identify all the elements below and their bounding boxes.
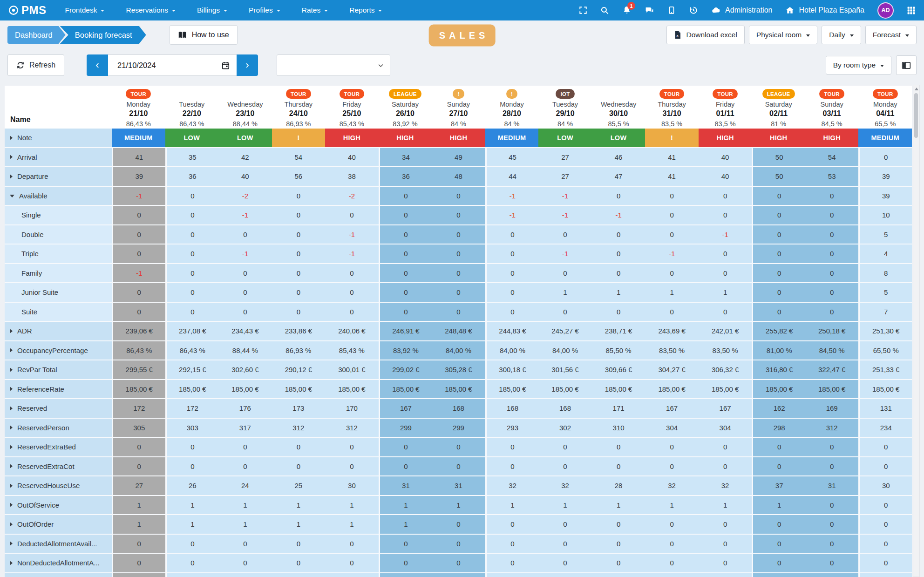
how-to-use-button[interactable]: How to use: [170, 25, 238, 45]
column-header[interactable]: LEAGUESaturday02/1181 %: [752, 86, 805, 129]
forecast-dropdown[interactable]: Forecast: [865, 26, 917, 44]
value-cell: 0: [272, 225, 326, 245]
value-cell: 169: [805, 399, 859, 419]
league-badge: LEAGUE: [762, 89, 795, 99]
value-cell: 0: [112, 244, 165, 264]
column-header[interactable]: LEAGUESaturday26/1083,92 %: [379, 86, 432, 129]
row-label[interactable]: Departure: [5, 167, 112, 187]
room-filter-select[interactable]: [277, 54, 390, 76]
user-avatar[interactable]: AD: [877, 2, 894, 19]
menu-billings[interactable]: Billings: [197, 6, 227, 14]
row-label[interactable]: ReservedPerson: [5, 419, 112, 438]
row-label[interactable]: Reserved: [5, 399, 112, 419]
column-header[interactable]: TOURThursday31/1083,5 %: [645, 86, 699, 129]
value-cell: 0: [752, 515, 805, 535]
value-cell: 309,66 €: [592, 360, 645, 380]
row-label[interactable]: ADR: [5, 322, 112, 341]
history-icon[interactable]: [689, 6, 698, 15]
by-room-type-dropdown[interactable]: By room type: [826, 56, 891, 75]
caret-right-icon: [10, 425, 13, 430]
menu-reports[interactable]: Reports: [349, 6, 382, 14]
search-icon[interactable]: [600, 6, 609, 15]
home-icon: [785, 6, 795, 15]
column-header[interactable]: !Sunday27/1084 %: [432, 86, 485, 129]
column-header[interactable]: ·Wednesday23/1088,44 %: [218, 86, 272, 129]
page-header-bar: Dashboard Booking forecast How to use SA…: [0, 20, 924, 49]
menu-reservations[interactable]: Reservations: [126, 6, 175, 14]
column-header[interactable]: ·Tuesday22/1086,43 %: [165, 86, 219, 129]
row-label[interactable]: Arrival: [5, 148, 112, 168]
menu-profiles[interactable]: Profiles: [249, 6, 280, 14]
note-cell: HIGH: [432, 129, 485, 148]
row-label[interactable]: OutOfOrder: [5, 515, 112, 535]
value-cell: 304,27 €: [645, 360, 699, 380]
chat-icon[interactable]: [645, 6, 654, 15]
column-occupancy: 86,43 %: [179, 120, 204, 128]
value-cell: 0: [165, 225, 219, 245]
scrollbar-thumb[interactable]: [914, 93, 918, 138]
calendar-icon[interactable]: [221, 61, 230, 70]
row-label-text: Family: [21, 269, 42, 277]
breadcrumb-dashboard[interactable]: Dashboard: [7, 26, 66, 44]
row-label[interactable]: ReservedExtraBed: [5, 438, 112, 457]
column-header[interactable]: ·Wednesday30/1085,5 %: [592, 86, 645, 129]
column-date: 27/10: [449, 109, 468, 118]
row-label[interactable]: ReferenceRate: [5, 380, 112, 400]
next-day-button[interactable]: ›: [237, 54, 258, 76]
value-cell: 0: [272, 244, 326, 264]
row-label-note[interactable]: Note: [5, 129, 112, 148]
app-logo[interactable]: PMS: [8, 4, 47, 17]
notifications-bell-icon[interactable]: 1: [622, 6, 632, 15]
column-header[interactable]: TOURThursday24/1086,93 %: [272, 86, 326, 129]
column-header[interactable]: TOURFriday25/1085,43 %: [325, 86, 379, 129]
value-cell: 299,02 €: [379, 360, 432, 380]
scroll-up-arrow[interactable]: [915, 88, 918, 90]
column-header[interactable]: IOTTuesday29/1084 %: [538, 86, 592, 129]
daily-dropdown[interactable]: Daily: [822, 26, 861, 44]
column-date: 21/10: [129, 109, 148, 118]
download-excel-button[interactable]: x Download excel: [666, 26, 744, 44]
row-label-text: Single: [21, 211, 41, 219]
column-header[interactable]: TOURSunday03/1184,5 %: [805, 86, 859, 129]
row-label[interactable]: ReservedHouseUse: [5, 476, 112, 496]
column-header[interactable]: !Monday28/1084 %: [485, 86, 539, 129]
date-input[interactable]: 21/10/2024: [108, 54, 237, 76]
previous-day-button[interactable]: ‹: [87, 54, 108, 76]
column-header[interactable]: TOURMonday21/1086,43 %: [112, 86, 165, 129]
menu-frontdesk[interactable]: Frontdesk: [65, 6, 105, 14]
mobile-device-icon[interactable]: [667, 6, 676, 15]
row-label[interactable]: OccupancyPercentage: [5, 341, 112, 361]
row-label[interactable]: DeductedAllotmentAvail...: [5, 535, 112, 554]
value-cell: 0: [485, 225, 539, 245]
row-label[interactable]: OutOfService: [5, 496, 112, 516]
value-cell: 0: [325, 206, 379, 225]
row-label[interactable]: NonDeductedAllotmentA...: [5, 554, 112, 573]
value-cell: 185,00 €: [218, 380, 272, 400]
value-cell: 185,00 €: [165, 380, 219, 400]
vertical-scrollbar[interactable]: [913, 85, 920, 577]
menu-rates[interactable]: Rates: [302, 6, 328, 14]
apps-grid-icon[interactable]: [907, 6, 916, 15]
value-cell: 255,82 €: [752, 322, 805, 341]
breadcrumb-booking-forecast: Booking forecast: [60, 26, 146, 44]
column-header[interactable]: TOURFriday01/1183,5 %: [699, 86, 752, 129]
column-occupancy: 86,43 %: [126, 120, 151, 128]
row-label[interactable]: Available: [5, 187, 112, 206]
physical-room-dropdown[interactable]: Physical room: [749, 26, 817, 44]
columns-layout-button[interactable]: [896, 55, 917, 75]
value-cell: 246,91 €: [379, 322, 432, 341]
hotel-home-link[interactable]: Hotel Plaza España: [785, 6, 864, 15]
name-column-header: Name: [5, 86, 112, 129]
fullscreen-icon[interactable]: [579, 6, 587, 14]
column-header[interactable]: TOURMonday04/1165,5 %: [858, 86, 912, 129]
row-label[interactable]: RevPar Total: [5, 360, 112, 380]
administration-link[interactable]: Administration: [711, 6, 772, 15]
value-cell: 0: [858, 535, 912, 554]
value-cell: 0: [752, 244, 805, 264]
refresh-button[interactable]: Refresh: [7, 54, 64, 76]
caret-right-icon: [10, 329, 13, 333]
value-cell: 304: [645, 419, 699, 438]
value-cell: 0: [165, 535, 219, 554]
row-label[interactable]: ReservedExtraCot: [5, 457, 112, 477]
value-cell: 86,43 %: [112, 341, 165, 361]
